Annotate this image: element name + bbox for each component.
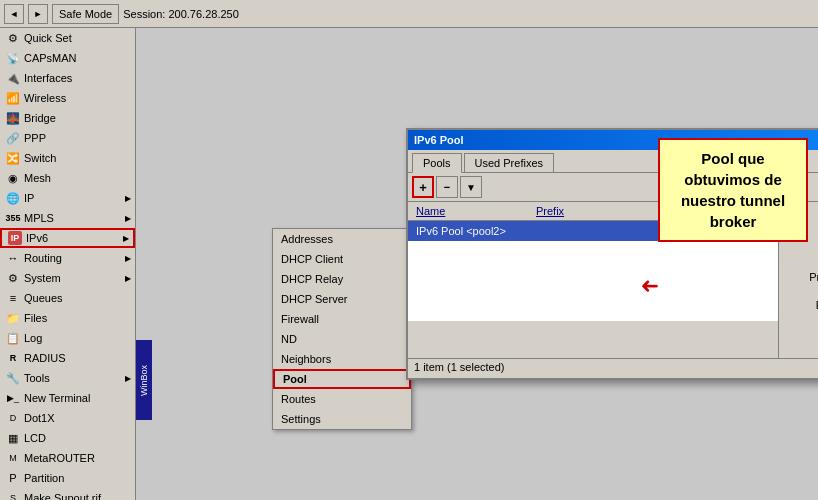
- sidebar-item-label: RADIUS: [24, 352, 66, 364]
- switch-icon: 🔀: [6, 151, 20, 165]
- submenu-item-pool[interactable]: Pool: [273, 369, 411, 389]
- sidebar-item-queues[interactable]: ≡ Queues: [0, 288, 135, 308]
- sidebar-item-ip[interactable]: 🌐 IP ▶: [0, 188, 135, 208]
- sidebar-item-wireless[interactable]: 📶 Wireless: [0, 88, 135, 108]
- tools-icon: 🔧: [6, 371, 20, 385]
- sidebar-item-mpls[interactable]: 355 MPLS ▶: [0, 208, 135, 228]
- sidebar-item-ppp[interactable]: 🔗 PPP: [0, 128, 135, 148]
- arrow-icon: ▶: [123, 234, 129, 243]
- sidebar-item-dot1x[interactable]: D Dot1X: [0, 408, 135, 428]
- sidebar-item-label: Quick Set: [24, 32, 72, 44]
- log-icon: 📋: [6, 331, 20, 345]
- capsman-icon: 📡: [6, 51, 20, 65]
- sidebar-item-routing[interactable]: ↔ Routing ▶: [0, 248, 135, 268]
- submenu-item-addresses[interactable]: Addresses: [273, 229, 411, 249]
- sidebar-item-bridge[interactable]: 🌉 Bridge: [0, 108, 135, 128]
- content-area: Addresses DHCP Client DHCP Relay DHCP Se…: [136, 28, 818, 500]
- red-arrow: ➜: [641, 273, 659, 299]
- col-prefix[interactable]: Prefix: [528, 204, 678, 218]
- tooltip-box: Pool que obtuvimos de nuestro tunnel bro…: [658, 138, 808, 242]
- system-icon: ⚙: [6, 271, 20, 285]
- sidebar-item-label: Files: [24, 312, 47, 324]
- forward-button[interactable]: ►: [28, 4, 48, 24]
- sidebar-item-label: Routing: [24, 252, 62, 264]
- tooltip-text: Pool que obtuvimos de nuestro tunnel bro…: [681, 150, 785, 230]
- sidebar-item-label: Make Supout.rif: [24, 492, 101, 500]
- prefix-length-label: Prefix Length:: [787, 271, 818, 283]
- sidebar-item-label: MetaROUTER: [24, 452, 95, 464]
- window-status-bar: 1 item (1 selected): [408, 358, 818, 378]
- submenu-item-settings[interactable]: Settings: [273, 409, 411, 429]
- sidebar-item-make-supout[interactable]: S Make Supout.rif: [0, 488, 135, 500]
- routing-icon: ↔: [6, 251, 20, 265]
- status-text: 1 item (1 selected): [414, 361, 504, 373]
- main-toolbar: ◄ ► Safe Mode Session: 200.76.28.250: [0, 0, 818, 28]
- arrow-icon: ▶: [125, 214, 131, 223]
- dot1x-icon: D: [6, 411, 20, 425]
- sidebar-item-radius[interactable]: R RADIUS: [0, 348, 135, 368]
- sidebar-item-label: Tools: [24, 372, 50, 384]
- sidebar-item-label: IPv6: [26, 232, 48, 244]
- main-layout: ⚙ Quick Set 📡 CAPsMAN 🔌 Interfaces 📶 Wir…: [0, 28, 818, 500]
- bridge-icon: 🌉: [6, 111, 20, 125]
- sidebar-item-label: Partition: [24, 472, 64, 484]
- sidebar-item-new-terminal[interactable]: ▶_ New Terminal: [0, 388, 135, 408]
- submenu-item-dhcp-server[interactable]: DHCP Server: [273, 289, 411, 309]
- row-name: IPv6 Pool <pool2>: [408, 224, 528, 238]
- submenu-item-neighbors[interactable]: Neighbors: [273, 349, 411, 369]
- lcd-icon: ▦: [6, 431, 20, 445]
- arrow-icon: ▶: [125, 194, 131, 203]
- submenu-item-dhcp-relay[interactable]: DHCP Relay: [273, 269, 411, 289]
- safemode-button[interactable]: Safe Mode: [52, 4, 119, 24]
- sidebar-item-label: Bridge: [24, 112, 56, 124]
- sidebar-item-label: Dot1X: [24, 412, 55, 424]
- expire-label: Expire Time:: [787, 299, 818, 311]
- session-label: Session: 200.76.28.250: [123, 8, 239, 20]
- tab-used-prefixes[interactable]: Used Prefixes: [464, 153, 554, 172]
- sidebar-item-interfaces[interactable]: 🔌 Interfaces: [0, 68, 135, 88]
- metarouter-icon: M: [6, 451, 20, 465]
- sidebar-item-label: PPP: [24, 132, 46, 144]
- form-expire-row: Expire Time: Copy: [787, 294, 818, 316]
- submenu-item-routes[interactable]: Routes: [273, 389, 411, 409]
- sidebar-item-lcd[interactable]: ▦ LCD: [0, 428, 135, 448]
- sidebar-item-label: LCD: [24, 432, 46, 444]
- sidebar: ⚙ Quick Set 📡 CAPsMAN 🔌 Interfaces 📶 Wir…: [0, 28, 136, 500]
- add-button[interactable]: +: [412, 176, 434, 198]
- sidebar-item-ipv6[interactable]: IP IPv6 ▶: [0, 228, 135, 248]
- sidebar-item-label: Wireless: [24, 92, 66, 104]
- form-prefix-length-row: Prefix Length: Apply: [787, 266, 818, 288]
- arrow-icon: ▶: [125, 374, 131, 383]
- arrow-icon: ▶: [125, 254, 131, 263]
- sidebar-item-label: System: [24, 272, 61, 284]
- remove-button[interactable]: −: [436, 176, 458, 198]
- submenu-item-dhcp-client[interactable]: DHCP Client: [273, 249, 411, 269]
- sidebar-item-switch[interactable]: 🔀 Switch: [0, 148, 135, 168]
- sidebar-item-label: Log: [24, 332, 42, 344]
- arrow-icon: ▶: [125, 274, 131, 283]
- filter-button[interactable]: ▼: [460, 176, 482, 198]
- window-title-text: IPv6 Pool: [414, 134, 464, 146]
- winbox-text: WinBox: [139, 365, 149, 396]
- files-icon: 📁: [6, 311, 20, 325]
- sidebar-item-metarouter[interactable]: M MetaROUTER: [0, 448, 135, 468]
- interfaces-icon: 🔌: [6, 71, 20, 85]
- sidebar-item-log[interactable]: 📋 Log: [0, 328, 135, 348]
- submenu-item-nd[interactable]: ND: [273, 329, 411, 349]
- sidebar-item-partition[interactable]: P Partition: [0, 468, 135, 488]
- ipv6-icon: IP: [8, 231, 22, 245]
- sidebar-item-system[interactable]: ⚙ System ▶: [0, 268, 135, 288]
- submenu-item-firewall[interactable]: Firewall: [273, 309, 411, 329]
- sidebar-item-mesh[interactable]: ◉ Mesh: [0, 168, 135, 188]
- sidebar-item-quick-set[interactable]: ⚙ Quick Set: [0, 28, 135, 48]
- sidebar-item-files[interactable]: 📁 Files: [0, 308, 135, 328]
- sidebar-item-label: Queues: [24, 292, 63, 304]
- form-remove-row: Remove: [787, 322, 818, 344]
- sidebar-item-capsman[interactable]: 📡 CAPsMAN: [0, 48, 135, 68]
- sidebar-item-tools[interactable]: 🔧 Tools ▶: [0, 368, 135, 388]
- back-button[interactable]: ◄: [4, 4, 24, 24]
- tab-pools[interactable]: Pools: [412, 153, 462, 173]
- col-name[interactable]: Name: [408, 204, 528, 218]
- sidebar-item-label: Interfaces: [24, 72, 72, 84]
- sidebar-item-label: Switch: [24, 152, 56, 164]
